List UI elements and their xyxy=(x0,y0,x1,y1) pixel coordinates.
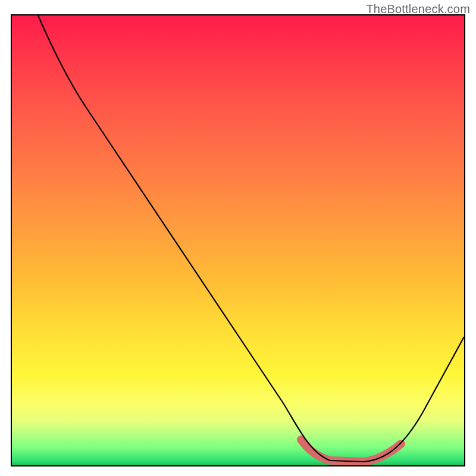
chart-svg xyxy=(12,15,464,465)
bottleneck-curve xyxy=(38,15,464,462)
chart-frame xyxy=(11,14,465,466)
watermark-text: TheBottleneck.com xyxy=(366,2,470,16)
